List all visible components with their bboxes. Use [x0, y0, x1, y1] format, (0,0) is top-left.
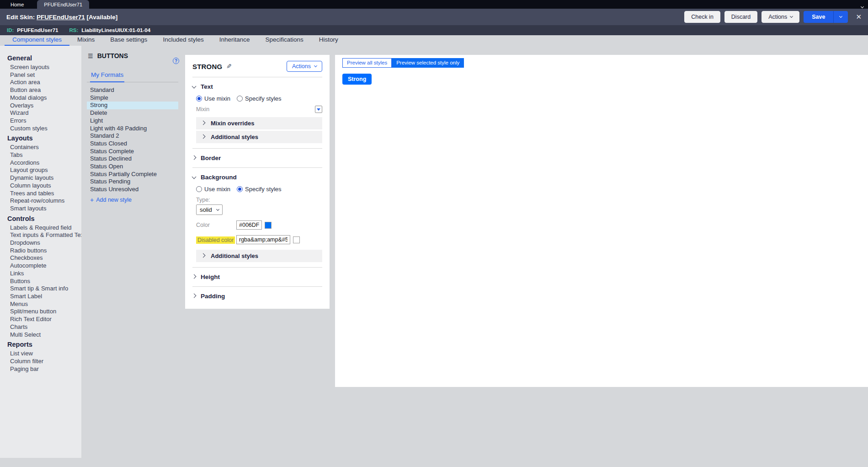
sidebar-item-rich-text-editor[interactable]: Rich Text Editor: [0, 316, 81, 323]
mixin-dropdown-button[interactable]: [315, 106, 322, 113]
save-dropdown-button[interactable]: [833, 11, 848, 23]
strong-preview-button[interactable]: Strong: [342, 74, 372, 85]
sidebar-item-custom-styles[interactable]: Custom styles: [0, 125, 81, 133]
sidebar-item-checkboxes[interactable]: Checkboxes: [0, 254, 81, 262]
header-actions-button[interactable]: Actions: [761, 11, 799, 23]
format-item-simple[interactable]: Simple: [87, 94, 178, 102]
editor-actions-button[interactable]: Actions: [287, 61, 322, 72]
sidebar-item-multi-select[interactable]: Multi Select: [0, 331, 81, 339]
bg-use-mixin-radio[interactable]: [196, 186, 202, 192]
color-input[interactable]: [236, 220, 262, 230]
sidebar-item-list-view[interactable]: List view: [0, 350, 81, 358]
sidebar-item-button-area[interactable]: Button area: [0, 86, 81, 94]
rs-label: RS:: [69, 27, 78, 33]
section-padding[interactable]: Padding: [192, 292, 322, 301]
chevron-right-icon: [201, 120, 206, 125]
sidebar-item-links[interactable]: Links: [0, 270, 81, 278]
tab-mixins[interactable]: Mixins: [69, 35, 102, 46]
discard-button[interactable]: Discard: [724, 11, 757, 23]
bg-specify-styles-radio[interactable]: [237, 186, 243, 192]
sidebar-item-smart-label[interactable]: Smart Label: [0, 293, 81, 301]
sidebar-item-smart-layouts[interactable]: Smart layouts: [0, 205, 81, 213]
format-item-status-declined[interactable]: Status Declined: [87, 155, 178, 163]
tab-base-settings[interactable]: Base settings: [102, 35, 155, 46]
preview-selected-style-button[interactable]: Preview selected style only: [392, 58, 464, 68]
sidebar-item-accordions[interactable]: Accordions: [0, 159, 81, 167]
disabled-color-swatch[interactable]: [293, 236, 300, 243]
sidebar-item-panel-set[interactable]: Panel set: [0, 71, 81, 79]
tab-component-styles[interactable]: Component styles: [5, 35, 69, 46]
section-background[interactable]: Background: [192, 173, 322, 182]
sidebar-item-action-area[interactable]: Action area: [0, 79, 81, 86]
disabled-color-input[interactable]: [236, 235, 290, 244]
tab-my-formats[interactable]: My Formats: [90, 70, 124, 82]
sidebar-item-dropdowns[interactable]: Dropdowns: [0, 239, 81, 247]
format-item-status-open[interactable]: Status Open: [87, 163, 178, 171]
section-text[interactable]: Text: [192, 82, 322, 91]
sidebar-item-tabs[interactable]: Tabs: [0, 151, 81, 159]
sidebar-item-screen-layouts[interactable]: Screen layouts: [0, 64, 81, 71]
sidebar-item-modal-dialogs[interactable]: Modal dialogs: [0, 94, 81, 102]
format-item-status-partially-complete[interactable]: Status Partially Complete: [87, 171, 178, 178]
disabled-color-label-cell: Disabled color: [196, 236, 236, 243]
tab-history[interactable]: History: [311, 35, 346, 46]
sidebar-item-containers[interactable]: Containers: [0, 144, 81, 151]
hamburger-menu-icon[interactable]: ☰: [88, 53, 93, 59]
sidebar-item-radio-buttons[interactable]: Radio buttons: [0, 247, 81, 255]
format-item-strong[interactable]: Strong: [87, 102, 178, 109]
sidebar-item-text-inputs-formatted-text[interactable]: Text inputs & Formatted Text: [0, 231, 81, 239]
color-swatch[interactable]: [265, 222, 272, 229]
format-item-light-with-48-padding[interactable]: Light with 48 Padding: [87, 125, 178, 133]
mixin-overrides-row[interactable]: Mixin overrides: [196, 117, 322, 129]
type-select[interactable]: solid: [196, 204, 223, 215]
format-item-status-unresolved[interactable]: Status Unresolved: [87, 186, 178, 193]
sidebar-item-labels-required-field[interactable]: Labels & Required field: [0, 224, 81, 232]
help-icon[interactable]: ?: [173, 58, 179, 64]
sidebar-item-paging-bar[interactable]: Paging bar: [0, 365, 81, 373]
format-item-delete[interactable]: Delete: [87, 109, 178, 117]
bg-additional-styles-row[interactable]: Additional styles: [196, 250, 322, 262]
format-item-light[interactable]: Light: [87, 117, 178, 125]
format-item-status-complete[interactable]: Status Complete: [87, 148, 178, 156]
sidebar-item-overlays[interactable]: Overlays: [0, 102, 81, 110]
format-item-standard-2[interactable]: Standard 2: [87, 132, 178, 140]
text-specify-styles-radio[interactable]: [237, 96, 243, 102]
close-icon[interactable]: ✕: [856, 13, 862, 21]
sidebar-item-autocomplete[interactable]: Autocomplete: [0, 262, 81, 270]
window-tab-home[interactable]: Home: [4, 0, 31, 9]
sidebar-item-column-filter[interactable]: Column filter: [0, 358, 81, 365]
add-new-style-button[interactable]: + Add new style: [87, 197, 178, 203]
edit-pencil-icon[interactable]: ✎: [226, 63, 232, 70]
sidebar-item-wizard[interactable]: Wizard: [0, 109, 81, 117]
save-button[interactable]: Save: [804, 11, 833, 23]
format-item-status-pending[interactable]: Status Pending: [87, 178, 178, 186]
sidebar-item-split-menu-button[interactable]: Split/menu button: [0, 308, 81, 316]
sidebar-item-charts[interactable]: Charts: [0, 323, 81, 331]
tabs-overflow-chevron-icon[interactable]: [861, 2, 863, 9]
preview-all-styles-button[interactable]: Preview all styles: [342, 58, 392, 68]
text-additional-styles-row[interactable]: Additional styles: [196, 131, 322, 143]
section-border[interactable]: Border: [192, 154, 322, 162]
format-item-status-closed[interactable]: Status Closed: [87, 140, 178, 148]
sidebar-item-trees-and-tables[interactable]: Trees and tables: [0, 190, 81, 198]
sidebar-item-menus[interactable]: Menus: [0, 301, 81, 308]
sidebar-item-smart-tip-smart-info[interactable]: Smart tip & Smart info: [0, 285, 81, 293]
sidebar-item-errors[interactable]: Errors: [0, 117, 81, 125]
sidebar-item-buttons[interactable]: Buttons: [0, 278, 81, 285]
sidebar-item-column-layouts[interactable]: Column layouts: [0, 182, 81, 190]
window-tab-skin[interactable]: PFUFEndUser71: [37, 0, 89, 9]
tab-included-styles[interactable]: Included styles: [155, 35, 211, 46]
format-item-standard[interactable]: Standard: [87, 86, 178, 94]
sidebar-item-layout-groups[interactable]: Layout groups: [0, 166, 81, 174]
check-in-button[interactable]: Check in: [684, 11, 720, 23]
skin-name-link[interactable]: PFUFEndUser71: [37, 14, 85, 21]
tab-inheritance[interactable]: Inheritance: [212, 35, 258, 46]
sidebar-section-layouts: Layouts: [0, 132, 81, 144]
text-use-mixin-radio[interactable]: [196, 96, 202, 102]
format-list: StandardSimpleStrongDeleteLightLight wit…: [87, 86, 178, 193]
tab-specifications[interactable]: Specifications: [257, 35, 311, 46]
sidebar-item-repeat-row-columns[interactable]: Repeat-row/columns: [0, 197, 81, 205]
sidebar-item-dynamic-layouts[interactable]: Dynamic layouts: [0, 174, 81, 182]
section-height[interactable]: Height: [192, 273, 322, 281]
plus-icon: +: [90, 198, 94, 202]
